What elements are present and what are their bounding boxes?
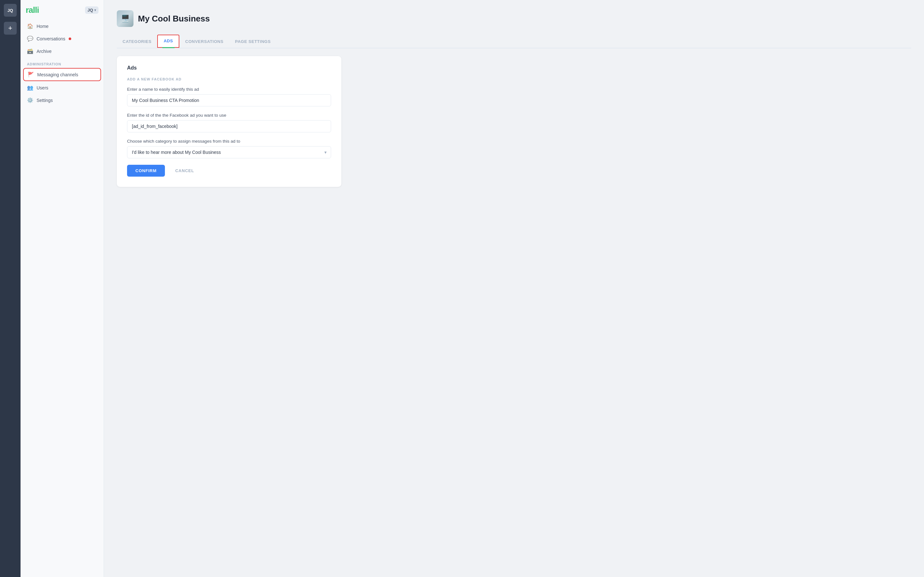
sidebar-item-label: Settings xyxy=(37,98,53,103)
ad-id-field-label: Enter the id of the the Facebook ad you … xyxy=(127,113,331,118)
name-field[interactable] xyxy=(127,94,331,106)
admin-nav: 🚩 Messaging channels 👥 Users ⚙️ Settings xyxy=(21,68,103,106)
sidebar-item-label: Messaging channels xyxy=(37,72,78,77)
home-icon: 🏠 xyxy=(27,23,33,29)
ads-card: Ads ADD A NEW FACEBOOK AD Enter a name t… xyxy=(117,56,341,187)
category-form-group: Choose which category to assign messages… xyxy=(127,139,331,158)
tab-ads[interactable]: ADS xyxy=(157,35,179,48)
name-form-group: Enter a name to easily identify this ad xyxy=(127,87,331,106)
main-content: 🖥️ My Cool Business CATEGORIES ADS CONVE… xyxy=(104,0,924,577)
sidebar-item-archive[interactable]: 🗃️ Archive xyxy=(23,45,101,57)
sidebar-item-label: Archive xyxy=(37,49,52,54)
notification-dot xyxy=(69,37,71,40)
sidebar-item-messaging-channels[interactable]: 🚩 Messaging channels xyxy=(23,68,101,81)
ralli-logo: ralli xyxy=(26,5,39,15)
ads-card-title: Ads xyxy=(127,65,331,71)
page-title: My Cool Business xyxy=(138,14,210,24)
user-badge-label: JQ xyxy=(87,8,93,13)
sidebar-item-settings[interactable]: ⚙️ Settings xyxy=(23,94,101,106)
sidebar-item-users[interactable]: 👥 Users xyxy=(23,82,101,93)
sidebar-item-label: Conversations xyxy=(37,36,65,41)
tab-page-settings[interactable]: PAGE SETTINGS xyxy=(229,36,276,48)
add-workspace-button[interactable]: + xyxy=(4,22,17,35)
category-field-label: Choose which category to assign messages… xyxy=(127,139,331,143)
conversations-icon: 💬 xyxy=(27,35,33,42)
archive-icon: 🗃️ xyxy=(27,48,33,54)
users-icon: 👥 xyxy=(27,85,33,91)
sidebar-item-home[interactable]: 🏠 Home xyxy=(23,20,101,32)
chevron-down-icon: ▾ xyxy=(94,8,96,12)
tab-conversations[interactable]: CONVERSATIONS xyxy=(179,36,229,48)
business-logo: 🖥️ xyxy=(117,10,134,27)
sidebar-item-label: Users xyxy=(37,85,48,90)
cancel-button[interactable]: CANCEL xyxy=(169,165,200,177)
admin-section-label: ADMINISTRATION xyxy=(21,57,103,68)
messaging-channels-icon: 🚩 xyxy=(27,71,34,77)
tab-categories[interactable]: CATEGORIES xyxy=(117,36,157,48)
category-select-wrapper: I'd like to hear more about My Cool Busi… xyxy=(127,146,331,158)
name-field-label: Enter a name to easily identify this ad xyxy=(127,87,331,92)
ad-id-form-group: Enter the id of the the Facebook ad you … xyxy=(127,113,331,132)
main-sidebar: ralli JQ ▾ 🏠 Home 💬 Conversations 🗃️ Arc… xyxy=(21,0,104,577)
user-badge[interactable]: JQ ▾ xyxy=(85,6,99,14)
ad-id-field[interactable] xyxy=(127,120,331,132)
add-fb-ad-label: ADD A NEW FACEBOOK AD xyxy=(127,77,331,81)
settings-icon: ⚙️ xyxy=(27,97,33,103)
tabs-bar: CATEGORIES ADS CONVERSATIONS PAGE SETTIN… xyxy=(117,35,911,48)
category-select[interactable]: I'd like to hear more about My Cool Busi… xyxy=(127,146,331,158)
page-header: 🖥️ My Cool Business xyxy=(117,10,911,27)
far-sidebar-avatar[interactable]: JQ xyxy=(4,4,17,17)
main-nav: 🏠 Home 💬 Conversations 🗃️ Archive xyxy=(21,20,103,57)
far-sidebar: JQ + xyxy=(0,0,21,577)
sidebar-header: ralli JQ ▾ xyxy=(21,5,103,20)
confirm-button[interactable]: CONFIRM xyxy=(127,165,165,177)
sidebar-item-conversations[interactable]: 💬 Conversations xyxy=(23,33,101,45)
business-thumbnail: 🖥️ xyxy=(117,10,134,27)
sidebar-item-label: Home xyxy=(37,24,48,29)
form-actions: CONFIRM CANCEL xyxy=(127,165,331,177)
